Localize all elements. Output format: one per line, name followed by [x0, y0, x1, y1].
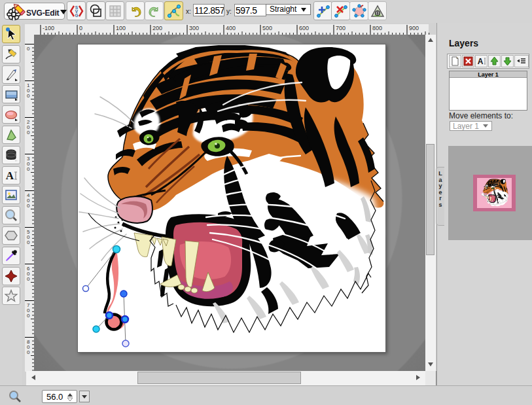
svg-text:0: 0 [79, 25, 82, 31]
svg-text:0: 0 [27, 130, 30, 135]
svg-text:400: 400 [226, 25, 236, 31]
svg-text:700: 700 [336, 25, 346, 31]
svg-text:100: 100 [116, 25, 126, 31]
svg-text:300: 300 [189, 25, 199, 31]
svg-text:0: 0 [27, 276, 30, 282]
svg-text:800: 800 [372, 25, 382, 31]
svg-text:A: A [478, 57, 484, 66]
svg-text:A: A [6, 169, 14, 182]
svg-text:0: 0 [27, 313, 30, 319]
svg-text:600: 600 [299, 25, 309, 31]
svg-text:500: 500 [262, 25, 272, 31]
svg-text:G: G [75, 13, 78, 18]
svg-text:-100: -100 [43, 25, 54, 31]
svg-text:0: 0 [27, 203, 30, 209]
svg-text:900: 900 [409, 25, 419, 31]
svg-text:0: 0 [27, 239, 30, 245]
svg-text:200: 200 [152, 25, 162, 31]
svg-text:0: 0 [27, 46, 30, 52]
svg-text:0: 0 [27, 93, 30, 99]
svg-text:0: 0 [27, 166, 30, 172]
svg-text:0: 0 [27, 349, 30, 355]
